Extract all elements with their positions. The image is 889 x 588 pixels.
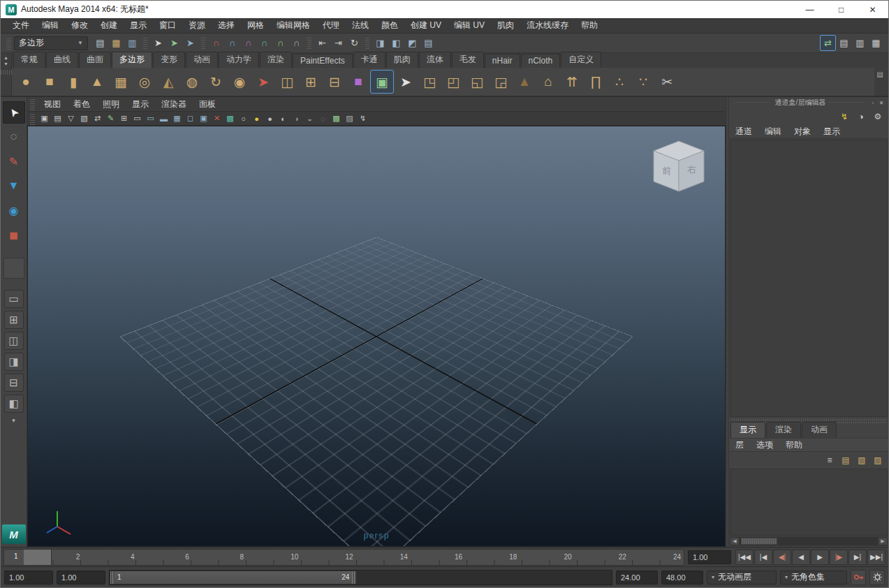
select-hierarchy-button[interactable]: ➤	[150, 35, 166, 51]
snap-to-point-button[interactable]: ∩	[240, 35, 256, 51]
field-chart-icon[interactable]: ▦	[170, 112, 184, 124]
channel-box-menu-item[interactable]: 编辑	[758, 126, 788, 138]
render-view-button[interactable]: ◨	[372, 35, 388, 51]
open-scene-button[interactable]: ▦	[108, 35, 124, 51]
snap-to-grid-button[interactable]: ∩	[208, 35, 224, 51]
menu-item[interactable]: 颜色	[375, 18, 404, 33]
motion-blur-icon[interactable]: ◌	[316, 112, 330, 124]
menu-item[interactable]: 编辑网格	[270, 18, 316, 33]
poly-sphere-button[interactable]: ●	[14, 70, 38, 94]
goto-playback-end-button[interactable]: ▶▶|	[867, 550, 886, 565]
shelf-tab[interactable]: 流体	[419, 52, 451, 68]
shelf-editor-button[interactable]: ▤	[874, 69, 886, 80]
shelf-tab[interactable]: 渲染	[260, 52, 292, 68]
new-layer-from-selected-button[interactable]: ▨	[872, 454, 884, 466]
snap-to-view-plane-button[interactable]: ∩	[272, 35, 288, 51]
layer-editor-tab[interactable]: 动画	[802, 422, 837, 438]
scroll-right-button[interactable]: ▶	[878, 537, 888, 545]
sculpt-geometry-button[interactable]: ➤	[251, 70, 275, 94]
separate-meshes-button[interactable]: ◰	[441, 70, 465, 94]
step-back-frame-button[interactable]: |◀	[754, 550, 772, 565]
viewport-menu-item[interactable]: 着色	[67, 98, 96, 110]
tool-settings-toggle[interactable]: ▥	[852, 35, 868, 51]
merge-vertices-button[interactable]: ∴	[608, 70, 631, 94]
last-tool-well[interactable]	[3, 258, 24, 279]
snap-to-curve-button[interactable]: ∩	[224, 35, 240, 51]
modeling-toolkit-toggle[interactable]: ⇄	[820, 35, 836, 51]
shelf-tab[interactable]: 动画	[186, 52, 218, 68]
layer-list[interactable]	[730, 469, 888, 536]
select-component-cursor-button[interactable]: ➤	[394, 70, 418, 94]
anim-layer-dropdown[interactable]: ▾ 无动画层	[707, 571, 777, 585]
shelf-tab[interactable]: 自定义	[561, 52, 601, 68]
render-settings-button[interactable]: ▤	[420, 35, 436, 51]
play-backwards-button[interactable]: ◀	[792, 550, 810, 565]
poly-helix-button[interactable]: ↻	[204, 70, 228, 94]
channel-mode-icon[interactable]: ◑	[855, 110, 867, 123]
poly-plane-button[interactable]: ▦	[109, 70, 133, 94]
layer-editor-menu-item[interactable]: 层	[729, 439, 750, 451]
step-back-key-button[interactable]: ◀|	[773, 550, 791, 565]
step-forward-frame-button[interactable]: ▶|	[848, 550, 867, 565]
scale-tool[interactable]: ◼	[3, 223, 25, 246]
add-divisions-button[interactable]: ⊞	[299, 70, 323, 94]
drag-handle[interactable]	[6, 37, 11, 50]
channel-box-list[interactable]	[730, 140, 888, 417]
menu-item[interactable]: 编辑 UV	[448, 18, 491, 33]
plug-icon[interactable]: ↯	[356, 112, 369, 124]
attribute-editor-toggle[interactable]: ▤	[836, 35, 852, 51]
isolate-select-icon[interactable]: ▩	[330, 112, 343, 124]
range-end-handle[interactable]	[352, 571, 356, 584]
channel-box-menu-item[interactable]: 通道	[729, 126, 758, 138]
default-light-icon[interactable]: ●	[250, 112, 263, 124]
reduce-polygons-button[interactable]: ⊟	[323, 70, 346, 94]
viewport-menu-item[interactable]: 面板	[193, 98, 222, 110]
time-slider[interactable]: 1 2 4 6 8 10 12 14 16	[3, 549, 684, 566]
menu-item[interactable]: 编辑	[36, 18, 65, 33]
save-scene-button[interactable]: ▥	[124, 35, 140, 51]
paint-select-tool[interactable]: ✎	[3, 150, 25, 172]
menu-item[interactable]: 流水线缓存	[520, 18, 575, 33]
scrollbar-track[interactable]	[740, 537, 878, 545]
shelf-tab[interactable]: 变形	[153, 52, 185, 68]
poly-pipe-button[interactable]: ◍	[180, 70, 204, 94]
playback-end-field[interactable]: 24.00	[616, 571, 658, 585]
layer-options-icon[interactable]: ≡	[823, 454, 836, 466]
bridge-button[interactable]: ∏	[584, 70, 608, 94]
gate-mask-icon[interactable]: ▬	[157, 112, 170, 124]
xray-icon[interactable]: ▨	[343, 112, 356, 124]
poly-torus-button[interactable]: ◎	[133, 70, 156, 94]
menu-item[interactable]: 修改	[65, 18, 94, 33]
menu-item[interactable]: 创建	[94, 18, 124, 33]
shelf-tab[interactable]: 多边形	[112, 52, 152, 68]
menu-item[interactable]: 创建 UV	[404, 18, 448, 33]
flat-lighting-icon[interactable]: ◐	[277, 112, 290, 124]
float-panel-button[interactable]: ▫	[869, 98, 877, 107]
rotate-tool[interactable]: ◉	[3, 199, 25, 221]
textured-cube-button[interactable]: ■	[346, 70, 370, 94]
layout-single-pane-button[interactable]: ▭	[4, 290, 24, 308]
layout-hypershade-button[interactable]: ◧	[4, 395, 24, 413]
input-connections-button[interactable]: ⇤	[314, 35, 330, 51]
shelf-tab[interactable]: PaintEffects	[293, 54, 353, 68]
menu-set-dropdown[interactable]: 多边形 ▼	[14, 36, 88, 50]
animation-preferences-button[interactable]	[869, 570, 885, 585]
menu-item[interactable]: 显示	[124, 18, 153, 33]
poly-cone-button[interactable]: ▲	[85, 70, 109, 94]
construction-history-button[interactable]: ↻	[346, 35, 362, 51]
toolbox-menu-button[interactable]: ▾	[12, 417, 15, 424]
safe-action-icon[interactable]: ◻	[184, 112, 197, 124]
shelf-tab[interactable]: nHair	[485, 54, 520, 68]
extract-faces-button[interactable]: ◱	[465, 70, 489, 94]
drag-handle[interactable]	[30, 98, 35, 110]
new-empty-layer-button[interactable]: ▧	[855, 454, 868, 466]
snap-to-projected-center-button[interactable]: ∩	[256, 35, 272, 51]
drag-handle[interactable]	[30, 112, 35, 125]
menu-item[interactable]: 资源	[182, 18, 212, 33]
crease-set-button[interactable]: ⌂	[536, 70, 560, 94]
all-lights-icon[interactable]: ●	[263, 112, 277, 124]
image-plane-icon[interactable]: ▧	[78, 112, 91, 124]
layout-four-pane-button[interactable]: ⊞	[4, 311, 24, 329]
layer-editor-menu-item[interactable]: 选项	[750, 439, 779, 451]
current-time-field[interactable]: 1.00	[688, 550, 731, 564]
